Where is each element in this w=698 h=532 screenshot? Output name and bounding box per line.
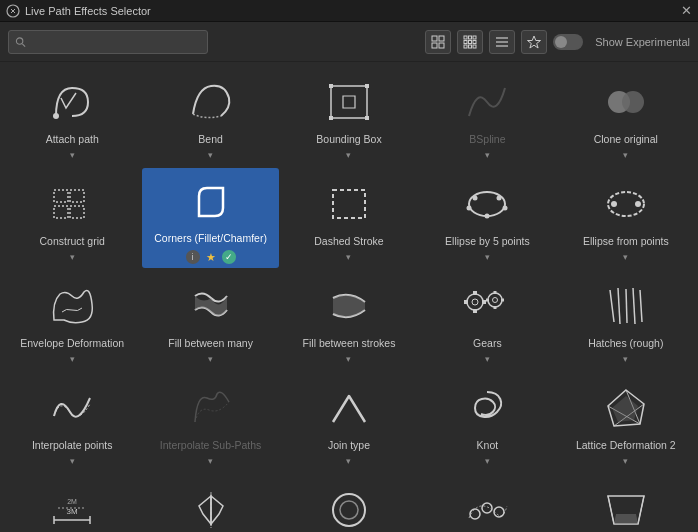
perspective-envelope-icon — [596, 482, 656, 532]
interpolate-points-icon — [42, 380, 102, 435]
svg-rect-21 — [331, 86, 367, 118]
svg-rect-14 — [469, 45, 472, 48]
effect-pattern-along-path[interactable]: Pattern Along Path ▾ — [419, 474, 555, 532]
effect-knot[interactable]: Knot ▾ — [419, 372, 555, 472]
star-badge[interactable]: ★ — [204, 250, 218, 264]
effect-construct-grid[interactable]: Construct grid ▾ — [4, 168, 140, 268]
effect-fill-between-many[interactable]: Fill between many ▾ — [142, 270, 278, 370]
favorites-button[interactable] — [521, 30, 547, 54]
construct-grid-arrow: ▾ — [70, 252, 75, 262]
effect-bend[interactable]: Bend ▾ — [142, 66, 278, 166]
check-badge[interactable]: ✓ — [222, 250, 236, 264]
effect-offset[interactable]: Offset ▾ — [281, 474, 417, 532]
svg-rect-29 — [70, 190, 84, 202]
lattice-deformation-2-arrow: ▾ — [623, 456, 628, 466]
info-badge[interactable]: i — [186, 250, 200, 264]
hatches-rough-icon — [596, 278, 656, 333]
title-bar: Live Path Effects Selector ✕ — [0, 0, 698, 22]
svg-line-2 — [22, 43, 25, 46]
svg-point-38 — [485, 213, 490, 218]
clone-original-icon — [596, 74, 656, 129]
ellipse-from-points-icon — [596, 176, 656, 231]
svg-rect-22 — [329, 84, 333, 88]
svg-line-79 — [638, 496, 644, 524]
join-type-label: Join type — [328, 439, 370, 453]
svg-text:3M: 3M — [67, 507, 78, 516]
svg-rect-28 — [54, 190, 68, 202]
svg-point-42 — [467, 294, 483, 310]
ellipse-5-label: Ellipse by 5 points — [445, 235, 530, 249]
grid-view-small-button[interactable] — [425, 30, 451, 54]
effect-ellipse-5[interactable]: Ellipse by 5 points ▾ — [419, 168, 555, 268]
effect-gears[interactable]: Gears ▾ — [419, 270, 555, 370]
svg-rect-23 — [365, 84, 369, 88]
svg-rect-3 — [432, 36, 437, 41]
effect-clone-original[interactable]: Clone original ▾ — [558, 66, 694, 166]
knot-icon — [457, 380, 517, 435]
svg-point-40 — [611, 201, 617, 207]
effect-fill-between-strokes[interactable]: Fill between strokes ▾ — [281, 270, 417, 370]
effects-grid: Attach path ▾ Bend ▾ Bounding Box ▾ — [0, 62, 698, 532]
envelope-deformation-icon — [42, 278, 102, 333]
effect-hatches-rough[interactable]: Hatches (rough) ▾ — [558, 270, 694, 370]
gears-arrow: ▾ — [485, 354, 490, 364]
toggle-switch[interactable] — [553, 34, 583, 50]
bspline-label: BSpline — [469, 133, 505, 147]
envelope-deformation-label: Envelope Deformation — [20, 337, 124, 351]
ellipse-from-points-label: Ellipse from points — [583, 235, 669, 249]
search-input[interactable] — [30, 36, 201, 48]
effect-perspective-envelope[interactable]: Perspective/Envelope ▾ — [558, 474, 694, 532]
svg-point-76 — [482, 503, 492, 513]
effect-join-type[interactable]: Join type ▾ — [281, 372, 417, 472]
svg-rect-8 — [469, 36, 472, 39]
svg-point-37 — [467, 205, 472, 210]
lattice-deformation-2-label: Lattice Deformation 2 — [576, 439, 676, 453]
svg-rect-12 — [473, 40, 476, 43]
svg-text:2M: 2M — [67, 498, 77, 505]
effect-attach-path[interactable]: Attach path ▾ — [4, 66, 140, 166]
svg-line-58 — [640, 290, 642, 322]
effect-mirror-symmetry[interactable]: Mirror symmetry ▾ — [142, 474, 278, 532]
svg-point-20 — [53, 113, 59, 119]
grid-view-large-button[interactable] — [457, 30, 483, 54]
fill-between-strokes-icon — [319, 278, 379, 333]
svg-rect-15 — [473, 45, 476, 48]
effect-interpolate-points[interactable]: Interpolate points ▾ — [4, 372, 140, 472]
close-button[interactable]: ✕ — [681, 3, 692, 18]
toolbar: Show Experimental — [0, 22, 698, 62]
interpolate-points-arrow: ▾ — [70, 456, 75, 466]
fill-between-strokes-label: Fill between strokes — [303, 337, 396, 351]
lattice-deformation-2-icon — [596, 380, 656, 435]
hatches-rough-arrow: ▾ — [623, 354, 628, 364]
search-icon — [15, 36, 26, 48]
effect-lattice-deformation-2[interactable]: Lattice Deformation 2 ▾ — [558, 372, 694, 472]
bounding-box-arrow: ▾ — [346, 150, 351, 160]
effect-bspline[interactable]: BSpline ▾ — [419, 66, 555, 166]
effect-measure-segments[interactable]: 3M 2M Measure Segments ▾ — [4, 474, 140, 532]
svg-marker-71 — [199, 496, 211, 524]
svg-rect-9 — [473, 36, 476, 39]
effect-dashed-stroke[interactable]: Dashed Stroke ▾ — [281, 168, 417, 268]
window-title: Live Path Effects Selector — [25, 5, 151, 17]
svg-point-49 — [493, 297, 498, 302]
show-experimental-label: Show Experimental — [595, 36, 690, 48]
corners-fillet-label: Corners (Fillet/Chamfer) — [154, 232, 267, 246]
ellipse-5-icon — [457, 176, 517, 231]
effect-ellipse-from-points[interactable]: Ellipse from points ▾ — [558, 168, 694, 268]
effect-corners-fillet[interactable]: Corners (Fillet/Chamfer) i ★ ✓ — [142, 168, 278, 268]
svg-rect-11 — [469, 40, 472, 43]
svg-rect-5 — [432, 43, 437, 48]
effect-interpolate-sub-paths[interactable]: Interpolate Sub-Paths ▾ — [142, 372, 278, 472]
svg-point-73 — [333, 494, 365, 526]
svg-rect-25 — [365, 116, 369, 120]
fill-between-strokes-arrow: ▾ — [346, 354, 351, 364]
fill-between-many-label: Fill between many — [168, 337, 253, 351]
attach-path-label: Attach path — [46, 133, 99, 147]
svg-point-1 — [16, 37, 22, 43]
effect-bounding-box[interactable]: Bounding Box ▾ — [281, 66, 417, 166]
effect-envelope-deformation[interactable]: Envelope Deformation ▾ — [4, 270, 140, 370]
search-box[interactable] — [8, 30, 208, 54]
svg-rect-31 — [70, 206, 84, 218]
list-view-button[interactable] — [489, 30, 515, 54]
dashed-stroke-arrow: ▾ — [346, 252, 351, 262]
